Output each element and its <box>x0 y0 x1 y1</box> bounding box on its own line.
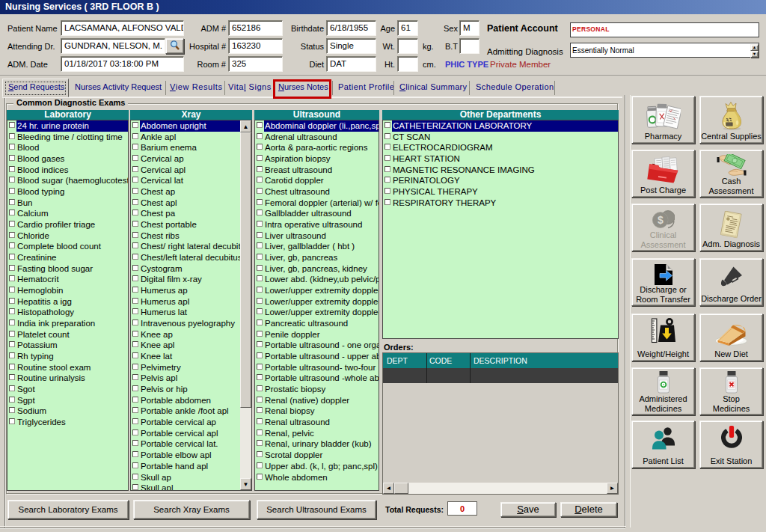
svg-text:$: $ <box>657 214 663 226</box>
